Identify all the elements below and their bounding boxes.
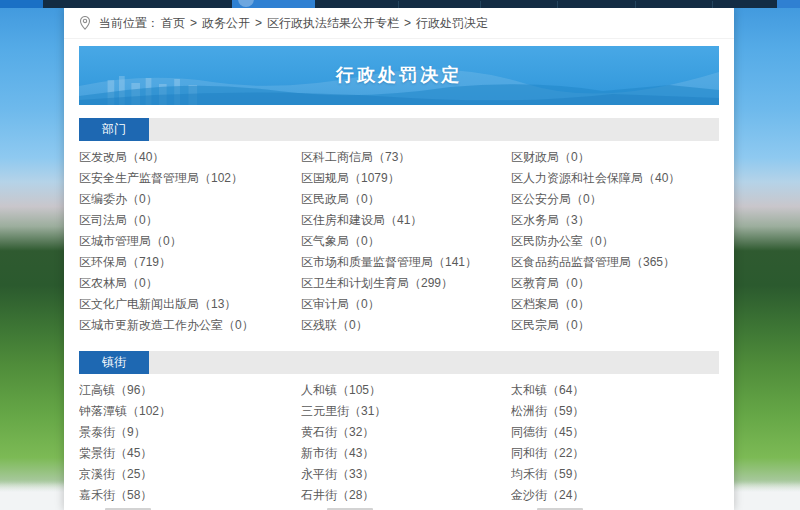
category-link[interactable]: 区残联（0） [301, 315, 511, 336]
departments-grid: 区发改局（40）区科工商信局（73）区财政局（0）区安全生产监督管理局（102）… [79, 147, 719, 336]
section-bar-departments: 部门 [79, 118, 719, 141]
nav-divider [712, 1, 713, 8]
category-link[interactable]: 区国规局（1079） [301, 168, 511, 189]
page-title: 行政处罚决定 [79, 46, 719, 105]
category-link[interactable]: 区编委办（0） [79, 189, 301, 210]
category-link[interactable]: 区司法局（0） [79, 210, 301, 231]
category-link[interactable]: 区水务局（3） [511, 210, 719, 231]
category-link[interactable]: 区食品药品监督管理局（365） [511, 252, 719, 273]
category-link[interactable]: 区档案局（0） [511, 294, 719, 315]
nav-active-item[interactable] [232, 0, 315, 8]
nav-divider [557, 1, 558, 8]
category-link[interactable]: 同德街（45） [511, 422, 719, 443]
breadcrumb-link[interactable]: 政务公开 [202, 16, 250, 30]
category-link[interactable]: 区气象局（0） [301, 231, 511, 252]
section-bar-streets: 镇街 [79, 351, 719, 374]
category-link[interactable]: 棠景街（45） [79, 443, 301, 464]
category-link[interactable]: 区民宗局（0） [511, 315, 719, 336]
category-link[interactable]: 嘉禾街（58） [79, 485, 301, 506]
category-link[interactable]: 三元里街（31） [301, 401, 511, 422]
category-link[interactable]: 区审计局（0） [301, 294, 511, 315]
category-link[interactable]: 同和街（22） [511, 443, 719, 464]
category-link[interactable]: 钟落潭镇（102） [79, 401, 301, 422]
nav-left-segment [0, 0, 43, 8]
breadcrumb-items: 首页>政务公开>区行政执法结果公开专栏>行政处罚决定 [161, 15, 488, 32]
category-link[interactable]: 人和镇（105） [301, 380, 511, 401]
breadcrumb: 当前位置： 首页>政务公开>区行政执法结果公开专栏>行政处罚决定 [64, 8, 734, 39]
category-link[interactable]: 区民政局（0） [301, 189, 511, 210]
category-link[interactable]: 区城市更新改造工作办公室（0） [79, 315, 301, 336]
category-link[interactable]: 区发改局（40） [79, 147, 301, 168]
breadcrumb-separator: > [190, 16, 197, 30]
category-link[interactable]: 京溪街（25） [79, 464, 301, 485]
category-link[interactable]: 黄石街（32） [301, 422, 511, 443]
category-link[interactable]: 区财政局（0） [511, 147, 719, 168]
breadcrumb-separator: > [255, 16, 262, 30]
breadcrumb-link[interactable]: 区行政执法结果公开专栏 [267, 16, 399, 30]
category-link[interactable]: 景泰街（9） [79, 422, 301, 443]
category-link[interactable]: 区科工商信局（73） [301, 147, 511, 168]
breadcrumb-prefix: 当前位置： [99, 15, 159, 32]
category-link[interactable]: 永平街（33） [301, 464, 511, 485]
category-link[interactable]: 松洲街（59） [511, 401, 719, 422]
nav-divider [635, 1, 636, 8]
breadcrumb-separator: > [404, 16, 411, 30]
nav-divider [480, 1, 481, 8]
category-link[interactable]: 区文化广电新闻出版局（13） [79, 294, 301, 315]
category-link[interactable]: 区城市管理局（0） [79, 231, 301, 252]
streets-grid: 江高镇（96）人和镇（105）太和镇（64）钟落潭镇（102）三元里街（31）松… [79, 380, 719, 506]
category-link[interactable]: 区人力资源和社会保障局（40） [511, 168, 719, 189]
tab-departments[interactable]: 部门 [79, 118, 149, 141]
category-link[interactable]: 区农林局（0） [79, 273, 301, 294]
category-link[interactable]: 区安全生产监督管理局（102） [79, 168, 301, 189]
category-link[interactable]: 太和镇（64） [511, 380, 719, 401]
location-pin-icon [79, 16, 91, 30]
page-banner: 行政处罚决定 [79, 46, 719, 105]
category-link[interactable]: 均禾街（59） [511, 464, 719, 485]
category-link[interactable]: 江高镇（96） [79, 380, 301, 401]
category-link[interactable]: 区卫生和计划生育局（299） [301, 273, 511, 294]
breadcrumb-link[interactable]: 行政处罚决定 [416, 16, 488, 30]
category-link[interactable]: 区住房和建设局（41） [301, 210, 511, 231]
category-link[interactable]: 新市街（43） [301, 443, 511, 464]
category-link[interactable]: 石井街（28） [301, 485, 511, 506]
category-link[interactable]: 区环保局（719） [79, 252, 301, 273]
content-card: 当前位置： 首页>政务公开>区行政执法结果公开专栏>行政处罚决定 行政处罚决定 … [64, 8, 734, 510]
category-link[interactable]: 区民防办公室（0） [511, 231, 719, 252]
category-link[interactable]: 金沙街（24） [511, 485, 719, 506]
category-link[interactable]: 区市场和质量监督管理局（141） [301, 252, 511, 273]
nav-active-arc [238, 0, 254, 7]
top-nav-bar [0, 0, 800, 8]
nav-right-segment [777, 0, 800, 8]
nav-divider [398, 1, 399, 8]
tab-streets[interactable]: 镇街 [79, 351, 149, 374]
category-link[interactable]: 区教育局（0） [511, 273, 719, 294]
breadcrumb-link[interactable]: 首页 [161, 16, 185, 30]
category-link[interactable]: 区公安分局（0） [511, 189, 719, 210]
